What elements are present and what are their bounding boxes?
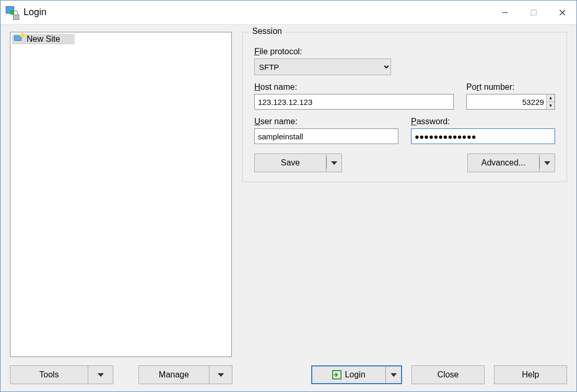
file-protocol-select[interactable]: SFTP — [254, 58, 391, 75]
maximize-button[interactable] — [519, 1, 548, 24]
port-spin-down[interactable]: ▼ — [547, 102, 555, 110]
port-number-field[interactable] — [467, 94, 546, 109]
user-name-label: User name: — [254, 117, 398, 126]
manage-button[interactable]: Manage — [138, 365, 209, 384]
main-grid: New Site Session File protocol: SFTP — [10, 32, 567, 357]
login-icon — [332, 370, 342, 379]
titlebar: Login — [1, 1, 576, 24]
client-area: New Site Session File protocol: SFTP — [1, 24, 576, 391]
file-protocol-label: File protocol: — [254, 47, 391, 56]
host-name-label: Host name: — [254, 82, 454, 92]
bottom-bar: Tools Manage Login Close Help — [10, 365, 567, 384]
login-dropdown[interactable] — [385, 366, 401, 383]
site-item-label: New Site — [27, 34, 60, 44]
chevron-down-icon — [331, 161, 337, 165]
chevron-down-icon — [391, 373, 397, 377]
advanced-button[interactable]: Advanced... — [467, 153, 539, 172]
new-site-icon — [14, 34, 23, 44]
svg-line-3 — [560, 10, 565, 15]
save-button-group: Save — [254, 153, 342, 172]
minimize-button[interactable] — [490, 1, 519, 24]
password-label: Password: — [411, 117, 555, 126]
site-item-new-site[interactable]: New Site — [12, 34, 75, 44]
tools-dropdown[interactable] — [88, 365, 113, 384]
svg-line-2 — [560, 10, 565, 15]
manage-dropdown[interactable] — [209, 365, 232, 384]
password-input[interactable] — [411, 128, 555, 144]
save-button[interactable]: Save — [254, 153, 326, 172]
port-number-input[interactable]: ▲ ▼ — [466, 94, 555, 110]
user-name-input[interactable] — [254, 128, 398, 144]
advanced-dropdown[interactable] — [539, 153, 555, 172]
advanced-button-group: Advanced... — [467, 153, 555, 172]
session-group: Session File protocol: SFTP — [242, 32, 567, 182]
help-button[interactable]: Help — [494, 365, 567, 384]
app-icon — [6, 6, 18, 19]
close-button[interactable]: Close — [411, 365, 485, 384]
chevron-down-icon — [98, 373, 104, 377]
close-window-button[interactable] — [548, 1, 576, 24]
chevron-down-icon — [544, 161, 550, 165]
login-button[interactable]: Login — [312, 366, 385, 383]
host-name-input[interactable] — [254, 94, 454, 110]
login-button-group: Login — [311, 365, 402, 384]
window-title: Login — [23, 7, 46, 18]
session-legend: Session — [249, 27, 285, 36]
chevron-down-icon — [218, 373, 224, 377]
login-button-label: Login — [345, 370, 365, 379]
tools-button[interactable]: Tools — [10, 365, 88, 384]
login-window: Login New Site Session — [0, 0, 577, 392]
port-number-label: Port number: — [466, 82, 555, 92]
site-list[interactable]: New Site — [10, 32, 232, 357]
svg-rect-1 — [531, 10, 536, 15]
port-spin-up[interactable]: ▲ — [547, 94, 555, 102]
save-dropdown[interactable] — [326, 153, 342, 172]
